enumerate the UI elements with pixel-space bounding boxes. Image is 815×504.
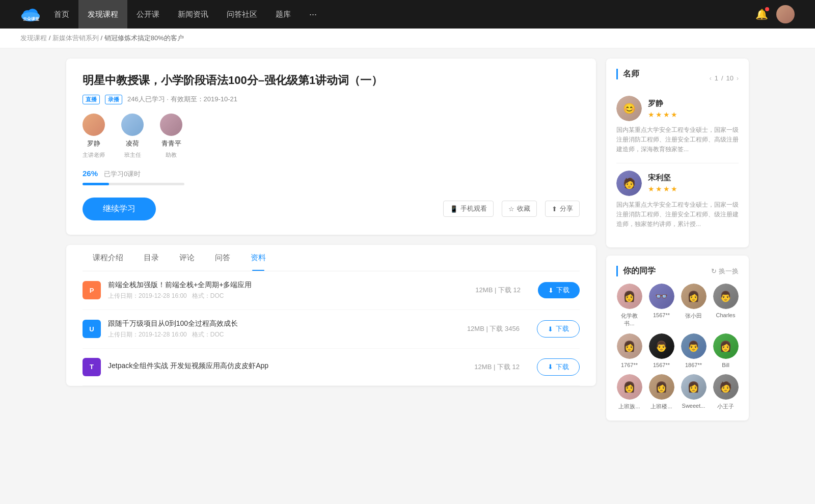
teachers: 罗静 主讲老师 凌荷 班主任 青青平 助教 bbox=[83, 114, 580, 159]
refresh-button[interactable]: ↻ 换一换 bbox=[711, 267, 739, 276]
refresh-icon: ↻ bbox=[711, 267, 717, 275]
tab-review[interactable]: 评论 bbox=[169, 245, 205, 271]
collect-button[interactable]: ☆ 收藏 bbox=[502, 201, 537, 217]
nav-more[interactable]: ··· bbox=[300, 9, 326, 20]
download-button-1[interactable]: ⬇ 下载 bbox=[537, 320, 580, 338]
classmate-name-7: Bill bbox=[722, 362, 729, 368]
sidebar-teacher-desc-0: 国内某重点大学安全工程专业硕士，国家一级注册消防工程师、注册安全工程师、高级注册… bbox=[616, 125, 739, 155]
file-icon-2: T bbox=[83, 358, 101, 376]
file-info-1: 跟随千万级项目从0到100全过程高效成长 上传日期：2019-12-28 16:… bbox=[108, 319, 460, 339]
share-button[interactable]: ⬆ 分享 bbox=[545, 201, 580, 217]
sidebar-teacher-info-0: 罗静 ★ ★ ★ ★ bbox=[648, 99, 739, 119]
file-info-2: Jetpack全组件实战 开发短视频应用高仿皮皮虾App bbox=[108, 361, 467, 373]
file-stats-2: 12MB | 下载 12 bbox=[474, 362, 520, 372]
nav-quiz[interactable]: 题库 bbox=[266, 0, 300, 29]
mobile-watch-button[interactable]: 📱 手机观看 bbox=[443, 201, 494, 217]
download-icon-1: ⬇ bbox=[548, 325, 553, 333]
file-item-2: T Jetpack全组件实战 开发短视频应用高仿皮皮虾App 12MB | 下载… bbox=[83, 349, 580, 386]
classmate-name-9: 上班楼... bbox=[650, 403, 672, 410]
user-avatar-nav[interactable] bbox=[776, 5, 795, 23]
teacher-page-sep: / bbox=[721, 74, 723, 82]
nav-home[interactable]: 首页 bbox=[45, 0, 78, 29]
download-icon-0: ⬇ bbox=[548, 287, 554, 294]
classmate-0: 👩 化学教书... bbox=[616, 284, 642, 327]
sidebar-teacher-desc-1: 国内某重点大学安全工程专业硕士，国家一级注册消防工程师、注册安全工程师、级注册建… bbox=[616, 200, 739, 230]
download-button-2[interactable]: ⬇ 下载 bbox=[537, 358, 580, 376]
classmate-name-6: 1867** bbox=[685, 362, 702, 368]
next-teacher-arrow[interactable]: › bbox=[737, 75, 739, 82]
teachers-nav: ‹ 1 / 10 › bbox=[710, 74, 739, 82]
classmates-grid: 👩 化学教书... 👓 1567** 👩 张小田 👨 Charles bbox=[616, 284, 739, 410]
phone-icon: 📱 bbox=[450, 205, 458, 213]
teacher-total: 10 bbox=[726, 74, 734, 82]
classmate-name-1: 1567** bbox=[653, 312, 670, 318]
tab-catalog[interactable]: 目录 bbox=[133, 245, 169, 271]
classmate-name-8: 上班族... bbox=[618, 403, 640, 410]
file-stats-1: 12MB | 下载 3456 bbox=[467, 324, 520, 333]
prev-teacher-arrow[interactable]: ‹ bbox=[710, 75, 712, 82]
bell-icon[interactable]: 🔔 bbox=[755, 8, 768, 20]
teacher-page: 1 bbox=[715, 74, 718, 82]
file-list: P 前端全栈加强版！前端全栈+全周期+多端应用 上传日期：2019-12-28 … bbox=[83, 271, 580, 386]
nav-qa[interactable]: 问答社区 bbox=[218, 0, 266, 29]
download-button-0[interactable]: ⬇ 下载 bbox=[538, 282, 580, 298]
file-name-1: 跟随千万级项目从0到100全过程高效成长 bbox=[108, 319, 460, 328]
svg-text:云朵课堂: 云朵课堂 bbox=[23, 17, 40, 21]
course-meta: 直播 录播 246人已学习 · 有效期至：2019-10-21 bbox=[83, 95, 580, 104]
tabs-header: 课程介绍 目录 评论 问答 资料 bbox=[83, 245, 580, 271]
classmate-name-10: Sweeet... bbox=[682, 403, 705, 409]
teacher-name-2: 青青平 bbox=[161, 139, 181, 148]
nav-discover[interactable]: 发现课程 bbox=[78, 0, 127, 29]
tab-intro[interactable]: 课程介绍 bbox=[83, 245, 133, 271]
classmates-title: 你的同学 bbox=[616, 266, 656, 276]
sidebar-teacher-stars-0: ★ ★ ★ ★ bbox=[648, 110, 739, 119]
classmate-avatar-10: 👩 bbox=[681, 374, 707, 400]
classmate-avatar-7: 👩 bbox=[713, 333, 739, 359]
course-actions: 继续学习 📱 手机观看 ☆ 收藏 ⬆ 分享 bbox=[83, 198, 580, 220]
sidebar-teacher-1: 🧑 宋利坚 ★ ★ ★ ★ 国内某重点大学安全工程专业硕士，国家一级注册消防工程… bbox=[616, 171, 739, 230]
sidebar-teacher-name-1: 宋利坚 bbox=[648, 173, 739, 183]
logo[interactable]: 云朵课堂 bbox=[20, 5, 41, 23]
file-meta-0: 上传日期：2019-12-28 16:00 格式：DOC bbox=[108, 292, 468, 300]
breadcrumb-discover[interactable]: 发现课程 bbox=[20, 34, 47, 42]
sidebar-teacher-name-0: 罗静 bbox=[648, 99, 739, 108]
teachers-sidebar-card: 名师 ‹ 1 / 10 › 😊 罗静 bbox=[606, 59, 749, 247]
classmate-avatar-4: 👩 bbox=[617, 333, 642, 359]
nav-news[interactable]: 新闻资讯 bbox=[169, 0, 218, 29]
file-icon-1: U bbox=[83, 320, 101, 338]
sidebar-teacher-avatar-1: 🧑 bbox=[616, 171, 642, 196]
tab-material[interactable]: 资料 bbox=[240, 245, 276, 271]
classmate-7: 👩 Bill bbox=[713, 333, 739, 368]
nav-open[interactable]: 公开课 bbox=[127, 0, 169, 29]
star-icon: ☆ bbox=[508, 205, 514, 213]
sidebar-teacher-top-1: 🧑 宋利坚 ★ ★ ★ ★ bbox=[616, 171, 739, 196]
classmate-1: 👓 1567** bbox=[648, 284, 674, 327]
sidebar: 名师 ‹ 1 / 10 › 😊 罗静 bbox=[606, 59, 749, 429]
classmate-6: 👨 1867** bbox=[681, 333, 707, 368]
sidebar-teacher-avatar-0: 😊 bbox=[616, 96, 642, 121]
teachers-title: 名师 bbox=[616, 69, 639, 79]
classmate-avatar-2: 👩 bbox=[681, 284, 707, 309]
sidebar-teacher-stars-1: ★ ★ ★ ★ bbox=[648, 185, 739, 193]
continue-button[interactable]: 继续学习 bbox=[83, 198, 156, 220]
sidebar-teacher-top-0: 😊 罗静 ★ ★ ★ ★ bbox=[616, 96, 739, 121]
breadcrumb: 发现课程 / 新媒体营销系列 / 销冠修炼术搞定80%的客户 bbox=[0, 29, 815, 48]
breadcrumb-series[interactable]: 新媒体营销系列 bbox=[52, 34, 99, 42]
main-container: 明星中教授课，小学阶段语法100分–强化级第1讲动词（一） 直播 录播 246人… bbox=[51, 48, 764, 439]
share-icon: ⬆ bbox=[552, 205, 557, 213]
badge-record: 录播 bbox=[105, 95, 122, 104]
file-stats-0: 12MB | 下载 12 bbox=[475, 286, 521, 295]
navbar: 云朵课堂 首页 发现课程 公开课 新闻资讯 问答社区 题库 ··· 🔔 bbox=[0, 0, 815, 29]
teacher-2: 青青平 助教 bbox=[160, 114, 182, 159]
content-area: 明星中教授课，小学阶段语法100分–强化级第1讲动词（一） 直播 录播 246人… bbox=[66, 59, 596, 429]
classmate-avatar-6: 👨 bbox=[681, 333, 707, 359]
classmate-10: 👩 Sweeet... bbox=[681, 374, 707, 410]
teacher-name-0: 罗静 bbox=[87, 139, 100, 148]
classmate-4: 👩 1767** bbox=[616, 333, 642, 368]
classmate-avatar-11: 🧑 bbox=[713, 374, 739, 400]
tab-qa[interactable]: 问答 bbox=[205, 245, 240, 271]
classmate-5: 👨 1567** bbox=[648, 333, 674, 368]
classmate-name-5: 1567** bbox=[653, 362, 670, 368]
teacher-avatar-2 bbox=[160, 114, 182, 136]
teacher-role-1: 班主任 bbox=[124, 151, 141, 159]
